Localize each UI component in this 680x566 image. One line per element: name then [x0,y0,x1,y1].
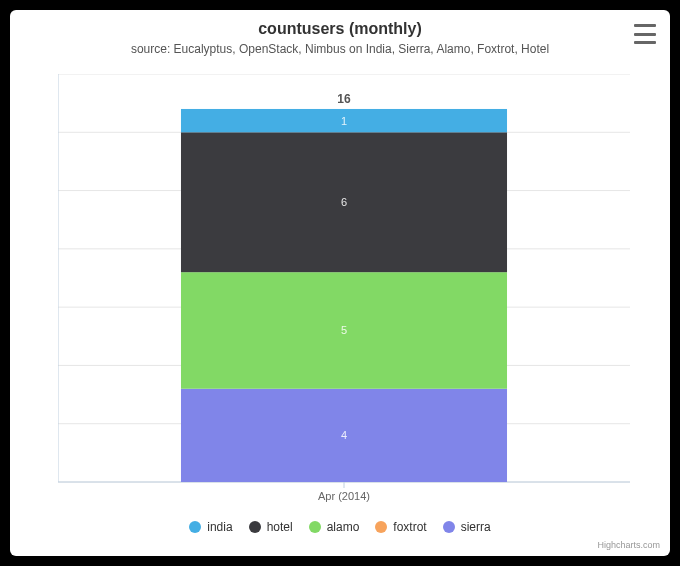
chart-subtitle: source: Eucalyptus, OpenStack, Nimbus on… [10,42,670,56]
credit-link[interactable]: Highcharts.com [597,540,660,550]
bar-segment-label-india: 1 [341,115,347,127]
legend-item-hotel[interactable]: hotel [249,520,293,534]
chart-svg: 02.557.51012.51517.54056116Apr (2014) [58,74,630,504]
bar-total-label: 16 [337,92,351,106]
hamburger-menu-icon[interactable] [634,22,656,46]
legend-label: alamo [327,520,360,534]
chart-panel: countusers (monthly) source: Eucalyptus,… [10,10,670,556]
legend-swatch-icon [443,521,455,533]
bar-segment-label-sierra: 4 [341,429,347,441]
legend-item-alamo[interactable]: alamo [309,520,360,534]
legend-item-sierra[interactable]: sierra [443,520,491,534]
legend-item-foxtrot[interactable]: foxtrot [375,520,426,534]
legend-item-india[interactable]: india [189,520,232,534]
bar-segment-label-hotel: 6 [341,196,347,208]
legend-label: hotel [267,520,293,534]
legend-swatch-icon [309,521,321,533]
legend-swatch-icon [189,521,201,533]
legend: indiahotelalamofoxtrotsierra [10,520,670,536]
plot-area: 02.557.51012.51517.54056116Apr (2014) [58,74,630,482]
bar-segment-label-alamo: 5 [341,324,347,336]
legend-swatch-icon [375,521,387,533]
x-category-label: Apr (2014) [318,490,370,502]
chart-title: countusers (monthly) [10,20,670,38]
legend-swatch-icon [249,521,261,533]
legend-label: foxtrot [393,520,426,534]
legend-label: india [207,520,232,534]
outer-frame: countusers (monthly) source: Eucalyptus,… [0,0,680,566]
legend-label: sierra [461,520,491,534]
